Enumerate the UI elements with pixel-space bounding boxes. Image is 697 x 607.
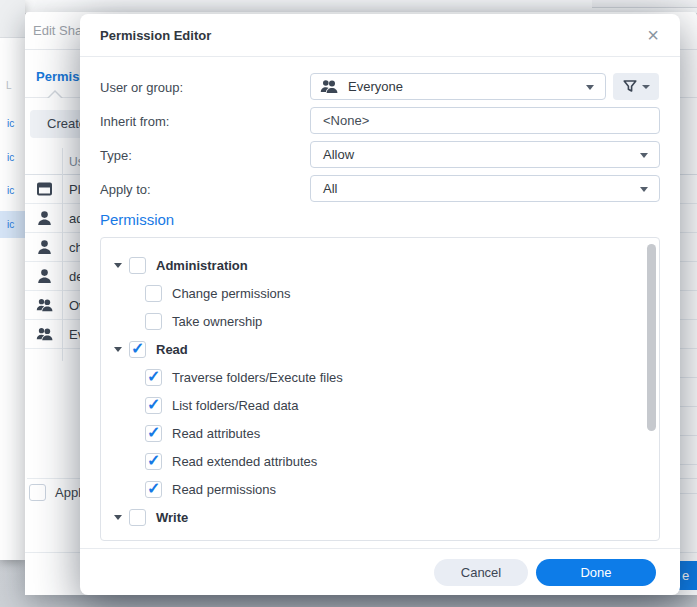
apply-to-select[interactable]: All [310,175,660,202]
permission-tree-row: List folders/Read data [101,391,659,419]
permission-tree-row: Read permissions [101,475,659,503]
cancel-button[interactable]: Cancel [434,559,528,586]
dialog-footer-separator [80,548,680,549]
user-icon [36,239,53,255]
permission-checkbox[interactable] [145,481,162,498]
permission-checkbox[interactable] [129,341,146,358]
scrollbar-thumb[interactable] [647,244,656,431]
truncated-link-fragment[interactable]: ic [0,177,25,204]
permission-checkbox[interactable] [145,425,162,442]
group-icon [36,297,53,313]
permission-label: Read attributes [172,426,260,441]
window-title: Edit Shar [33,23,86,38]
permission-tree-row: Take ownership [101,307,659,335]
permission-section-heading: Permission [100,211,174,228]
permission-editor-dialog: Permission Editor × User or group: Every… [80,14,680,595]
inherit-from-input[interactable] [310,107,660,134]
truncated-link-fragment[interactable]: ic [0,144,25,171]
permission-tree-row: Read [101,335,659,363]
done-button[interactable]: Done [536,559,656,586]
apply-checkbox[interactable] [29,484,46,501]
expand-arrow-icon[interactable] [114,347,122,352]
permission-checkbox[interactable] [129,257,146,274]
chevron-down-icon [586,85,594,90]
type-select[interactable]: Allow [310,141,660,168]
permission-label: Read [156,342,188,357]
permission-tree: Administration Change permissions Take o… [100,237,660,541]
active-tab-notch [47,90,63,98]
permission-label: Read extended attributes [172,454,317,469]
user-or-group-value: Everyone [348,79,403,94]
far-window-header [0,0,25,38]
permission-label: Traverse folders/Execute files [172,370,343,385]
permission-tree-row: Read extended attributes [101,447,659,475]
close-icon[interactable]: × [647,24,659,46]
permission-tree-row: Change permissions [101,279,659,307]
permission-label: Read permissions [172,482,276,497]
permission-tree-row: Traverse folders/Execute files [101,363,659,391]
truncated-link-fragment[interactable]: ic [0,110,25,137]
user-or-group-combobox[interactable]: Everyone [310,73,606,100]
apply-to-label: Apply to: [100,182,151,197]
funnel-icon [623,80,637,93]
user-icon [36,210,53,226]
apply-checkbox-label: Appl [55,485,81,500]
permission-label: List folders/Read data [172,398,298,413]
dialog-title: Permission Editor [100,28,211,43]
permission-label: Change permissions [172,286,291,301]
tab-permissions[interactable]: Permiss [36,69,87,84]
permission-checkbox[interactable] [145,285,162,302]
permission-checkbox[interactable] [145,313,162,330]
screen: L ic ic ic ic Edit Shar Permiss Create U… [0,0,697,607]
type-label: Type: [100,148,132,163]
apply-to-value: All [323,181,337,196]
filter-button[interactable] [613,73,659,100]
type-value: Allow [323,147,354,162]
table-column-separator [62,148,63,361]
user-icon [36,268,53,284]
inherit-from-label: Inherit from: [100,114,169,129]
permission-checkbox[interactable] [145,397,162,414]
permission-checkbox[interactable] [145,540,162,542]
permission-checkbox[interactable] [129,509,146,526]
dialog-header: Permission Editor × [80,14,680,57]
apply-checkbox-row: Appl [29,484,81,501]
permission-tree-row: Write [101,503,659,531]
permission-label: Take ownership [172,314,262,329]
expand-arrow-icon[interactable] [114,515,122,520]
permission-label: Administration [156,258,248,273]
permission-tree-row: Administration [101,251,659,279]
truncated-link-fragment[interactable]: ic [0,211,25,238]
chevron-down-icon [640,153,648,158]
permission-tree-row [101,534,659,541]
group-icon [36,326,53,342]
background-window-fragment [592,0,697,8]
far-background-window: L ic ic ic ic [0,0,25,560]
chevron-down-icon [642,85,650,89]
group-icon [320,79,338,94]
user-or-group-label: User or group: [100,80,183,95]
permission-label: Write [156,510,188,525]
permission-tree-row: Read attributes [101,419,659,447]
chevron-down-icon [640,187,648,192]
permission-checkbox[interactable] [145,369,162,386]
expand-arrow-icon[interactable] [114,263,122,268]
permission-checkbox[interactable] [145,453,162,470]
window-icon [36,181,53,197]
truncated-text-fragment: L [6,80,12,91]
